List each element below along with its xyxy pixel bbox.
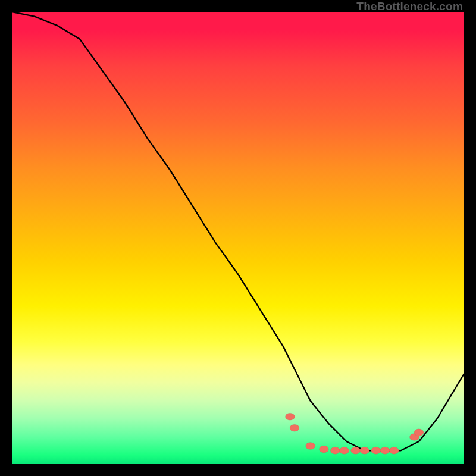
- data-marker: [330, 447, 340, 454]
- data-marker: [351, 447, 361, 454]
- curve-layer: [12, 12, 464, 464]
- data-marker: [340, 447, 349, 454]
- data-marker: [285, 413, 295, 420]
- curve-markers: [285, 413, 424, 454]
- data-marker: [319, 446, 328, 453]
- data-marker: [371, 447, 381, 454]
- data-marker: [389, 447, 399, 454]
- bottleneck-curve: [12, 12, 464, 450]
- attribution-label: TheBottleneck.com: [356, 0, 463, 13]
- data-marker: [409, 433, 419, 440]
- data-marker: [380, 447, 390, 454]
- plot-area: [12, 12, 464, 464]
- data-marker: [414, 429, 424, 436]
- data-marker: [290, 424, 299, 431]
- data-marker: [360, 447, 369, 454]
- data-marker: [306, 443, 315, 450]
- chart-frame: TheBottleneck.com: [0, 0, 476, 476]
